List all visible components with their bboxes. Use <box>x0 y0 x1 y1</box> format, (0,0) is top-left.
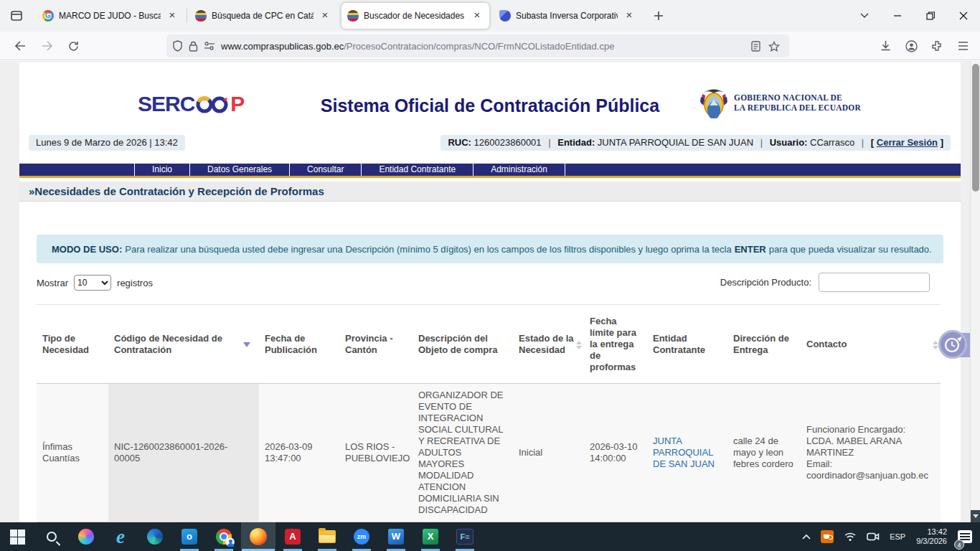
col-fecha-publicacion[interactable]: Fecha de Publicación <box>259 305 339 384</box>
taskbar-clock[interactable]: 13:42 9/3/2026 <box>910 527 953 546</box>
government-logo-text: GOBIERNO NACIONAL DE LA REPUBLICA DEL EC… <box>734 93 861 113</box>
tab-close-icon[interactable]: × <box>623 9 636 22</box>
ruc-value: 1260023860001 <box>474 137 542 148</box>
firefox-icon[interactable] <box>241 522 275 551</box>
page-size-select[interactable]: 10 <box>74 275 111 291</box>
main-nav: Inicio Datos Generales Consultar Entidad… <box>19 164 961 176</box>
clock-icon <box>942 334 963 355</box>
lock-icon[interactable] <box>189 41 198 52</box>
file-explorer-icon[interactable] <box>310 522 344 551</box>
close-window-button[interactable] <box>947 0 980 32</box>
ecuador-coat-of-arms-icon <box>699 87 728 118</box>
descripcion-producto-input[interactable] <box>819 273 930 292</box>
screen: MARCO DE JUDO - Buscar con × Búsqueda de… <box>0 0 980 551</box>
tab-title: Búsqueda de CPC en Catálogo <box>212 11 314 21</box>
tab-close-icon[interactable]: × <box>471 9 484 22</box>
entidad-label: Entidad: <box>557 137 595 148</box>
copilot-icon[interactable] <box>69 522 103 551</box>
new-tab-button[interactable] <box>648 5 669 27</box>
minimize-button[interactable] <box>881 0 914 32</box>
acrobat-icon[interactable] <box>275 522 310 551</box>
menu-hamburger-icon[interactable] <box>951 34 974 57</box>
downloads-icon[interactable] <box>874 34 897 57</box>
start-button[interactable] <box>0 522 34 551</box>
excel-icon[interactable] <box>413 522 448 551</box>
page-content: SERC P Sistema Oficial de Contratación P… <box>19 62 961 522</box>
shield-icon[interactable] <box>172 40 183 52</box>
col-estado-necesidad[interactable]: Estado de la Necesidad <box>513 305 584 384</box>
col-direccion-entrega[interactable]: Dirección de Entrega <box>727 305 801 384</box>
col-codigo-necesidad[interactable]: Código de Necesidad de Contratación <box>108 305 259 384</box>
forward-icon[interactable] <box>36 34 59 57</box>
window-controls <box>848 0 980 32</box>
internet-explorer-icon[interactable] <box>103 522 138 551</box>
taskbar-search-icon[interactable] <box>34 522 69 551</box>
firefox-view-icon[interactable] <box>6 5 27 27</box>
feo-app-icon[interactable] <box>448 522 482 551</box>
list-all-tabs-icon[interactable] <box>848 0 881 32</box>
sort-desc-icon <box>243 342 250 351</box>
reload-icon[interactable] <box>62 34 85 57</box>
url-text[interactable]: www.compraspublicas.gob.ec/ProcesoContra… <box>221 41 746 52</box>
tab-title: MARCO DE JUDO - Buscar con <box>59 11 161 21</box>
browser-tab-judo[interactable]: MARCO DE JUDO - Buscar con × <box>37 3 184 29</box>
tray-chevron-icon[interactable] <box>797 522 816 551</box>
usuario-value: CCarrasco <box>810 137 854 148</box>
mostrar-label: Mostrar <box>37 278 68 288</box>
cell-tipo: Ínfimas Cuantías <box>37 384 108 522</box>
meet-camera-icon[interactable] <box>862 522 885 551</box>
outlook-icon[interactable] <box>172 522 207 551</box>
cell-contacto: Funcionario Encargado: LCDA. MABEL ARANA… <box>801 384 941 522</box>
back-icon[interactable] <box>9 34 32 57</box>
tab-close-icon[interactable]: × <box>166 9 179 22</box>
cell-provincia: LOS RIOS - PUEBLOVIEJO <box>339 384 413 522</box>
results-table-wrap: Tipo de Necesidad Código de Necesidad de… <box>37 304 941 522</box>
edge-icon[interactable] <box>138 522 172 551</box>
cell-entidad: JUNTA PARROQUIAL DE SAN JUAN <box>647 384 727 522</box>
nav-item-inicio[interactable]: Inicio <box>134 164 190 176</box>
permissions-icon[interactable] <box>204 42 215 50</box>
bookmark-star-icon[interactable] <box>765 37 783 55</box>
nav-item-datos-generales[interactable]: Datos Generales <box>190 164 290 176</box>
col-tipo-necesidad[interactable]: Tipo de Necesidad <box>37 305 108 384</box>
extensions-icon[interactable] <box>925 34 948 57</box>
java-update-icon[interactable] <box>816 522 839 551</box>
col-entidad-contratante[interactable]: Entidad Contratante <box>647 305 727 384</box>
tab-close-icon[interactable]: × <box>319 9 331 22</box>
tray-date: 9/3/2026 <box>916 537 947 546</box>
nav-item-consultar[interactable]: Consultar <box>290 164 362 176</box>
entidad-link[interactable]: JUNTA PARROQUIAL DE SAN JUAN <box>653 435 715 469</box>
restore-button[interactable] <box>914 0 947 32</box>
usage-info-box: MODO DE USO: Para realizar una búsqueda … <box>37 235 943 263</box>
browser-tab-subasta[interactable]: Subasta Inversa Corporativa de × <box>494 3 641 29</box>
datetime-chip: Lunes 9 de Marzo de 2026 | 13:42 <box>29 135 185 151</box>
reader-view-icon[interactable] <box>746 37 765 55</box>
account-icon[interactable] <box>900 34 923 57</box>
nav-item-entidad-contratante[interactable]: Entidad Contratante <box>362 164 473 176</box>
browser-tab-necesidades-active[interactable]: Buscador de Necesidades de Co × <box>341 3 489 29</box>
table-row: Ínfimas Cuantías NIC-1260023860001-2026-… <box>37 384 941 522</box>
scrollbar-thumb[interactable] <box>972 64 979 192</box>
page-size-control: Mostrar 10 registros <box>37 273 153 292</box>
cell-fecha-publicacion: 2026-03-09 13:47:00 <box>259 384 339 522</box>
floating-clock-widget[interactable] <box>938 330 967 359</box>
session-chip: RUC: 1260023860001 | Entidad: JUNTA PARR… <box>440 135 951 151</box>
col-provincia-canton[interactable]: Provincia - Cantón <box>339 305 413 384</box>
ecuador-crest-favicon <box>347 10 359 22</box>
url-bar[interactable]: www.compraspublicas.gob.ec/ProcesoContra… <box>166 34 789 57</box>
wifi-icon[interactable] <box>839 522 862 551</box>
col-descripcion-objeto[interactable]: Descripción del Objeto de compra <box>413 305 513 384</box>
chrome-icon[interactable] <box>207 522 241 551</box>
zoom-icon[interactable] <box>344 522 379 551</box>
logout-link[interactable]: Cerrar Sesión <box>877 137 938 148</box>
vertical-scrollbar[interactable] <box>970 61 980 522</box>
notification-center-icon[interactable]: 4 <box>953 522 977 551</box>
word-icon[interactable] <box>379 522 413 551</box>
taskbar: ESP 13:42 9/3/2026 4 <box>0 522 980 551</box>
nav-item-administracion[interactable]: Administración <box>473 164 565 176</box>
scroll-down-arrow[interactable] <box>971 510 980 522</box>
col-contacto[interactable]: Contacto <box>801 305 941 384</box>
browser-tab-cpc[interactable]: Búsqueda de CPC en Catálogo × <box>189 3 337 29</box>
col-fecha-limite[interactable]: Fecha límite para la entrega de proforma… <box>584 305 647 384</box>
language-indicator[interactable]: ESP <box>885 522 910 551</box>
